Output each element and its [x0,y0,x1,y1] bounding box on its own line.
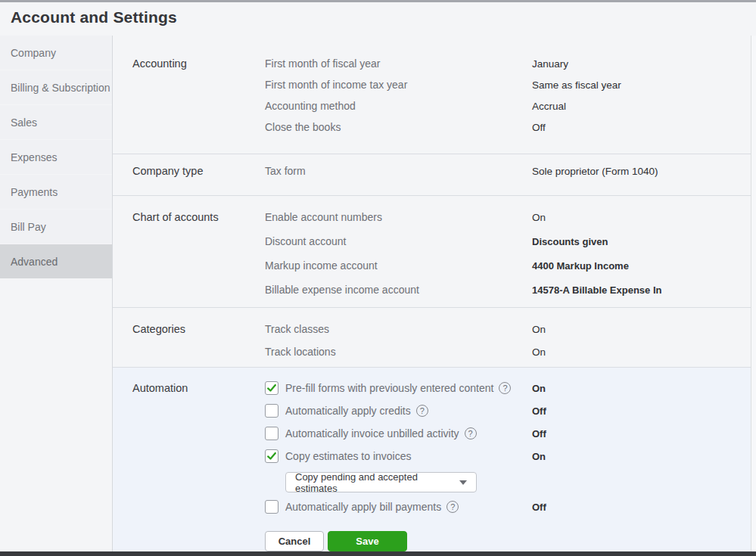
question-circle-icon[interactable] [416,405,428,417]
setting-row: Track locations On [265,340,751,363]
checkbox-label: Automatically apply bill payments [285,501,441,513]
setting-label: First month of income tax year [265,79,532,91]
sidebar-item-payments[interactable]: Payments [0,175,112,209]
setting-value: Same as fiscal year [532,79,621,91]
section-title: Chart of accounts [132,205,265,307]
checkmark-icon [266,451,277,461]
account-settings-dialog: Account and Settings Company Billing & S… [0,0,756,556]
automation-row: Automatically invoice unbilled activity … [265,422,751,445]
setting-label: Close the books [265,121,532,133]
setting-value: On [532,346,546,358]
setting-value: Off [532,428,546,440]
setting-label: Tax form [265,165,532,177]
setting-value: January [532,58,568,70]
setting-value: Off [532,502,546,513]
checkbox-label: Automatically apply credits [285,405,411,417]
checkbox-label: Pre-fill forms with previously entered c… [285,382,493,394]
setting-row: Discount account Discounts given [265,229,751,253]
apply-bill-payments-checkbox[interactable] [265,500,278,514]
sidebar-item-label: Payments [11,186,58,198]
sidebar-item-label: Advanced [11,256,58,268]
setting-value: 14578-A Billable Expense In [532,284,661,296]
setting-value: Sole proprietor (Form 1040) [532,166,658,177]
sidebar-item-billing-subscription[interactable]: Billing & Subscription [0,70,112,104]
automation-row: Automatically apply credits Off [265,399,751,422]
sidebar-item-label: Bill Pay [11,221,46,233]
sidebar-item-label: Billing & Subscription [11,82,110,94]
section-title: Company type [132,160,265,195]
apply-credits-checkbox[interactable] [265,404,278,418]
setting-row: First month of income tax year Same as f… [265,74,751,95]
setting-label: Enable account numbers [265,211,532,223]
setting-label: Discount account [265,235,532,247]
setting-value: Accrual [532,101,566,112]
setting-row: Track classes On [265,318,751,340]
setting-value: On [532,383,546,394]
automation-row: Pre-fill forms with previously entered c… [265,377,751,399]
setting-value: Discounts given [532,236,608,247]
section-automation: Automation Pre-fill forms with previousl… [113,368,751,551]
setting-row: Billable expense income account 14578-A … [265,278,751,302]
setting-label: Markup income account [265,259,532,272]
sidebar-item-bill-pay[interactable]: Bill Pay [0,210,112,244]
setting-value: 4400 Markup Income [532,260,629,272]
cancel-button[interactable]: Cancel [265,531,324,551]
sidebar-item-label: Expenses [11,151,57,163]
footer-buttons: Cancel Save [265,531,751,551]
sidebar-item-label: Company [11,47,56,59]
automation-row: Copy estimates to invoices On [265,445,751,467]
question-circle-icon[interactable] [446,501,459,513]
checkbox-label: Automatically invoice unbilled activity [285,427,459,440]
bottom-bar [0,551,756,556]
prefill-forms-checkbox[interactable] [265,381,278,395]
checkmark-icon [266,383,277,393]
setting-value: On [532,451,546,462]
setting-value: Off [532,405,546,417]
section-title: Categories [132,318,265,367]
section-title: Automation [132,377,265,551]
copy-estimates-checkbox[interactable] [265,449,278,463]
chevron-down-icon [459,480,467,485]
setting-row: First month of fiscal year January [265,53,751,74]
question-circle-icon[interactable] [499,382,511,394]
settings-sidebar: Company Billing & Subscription Sales Exp… [0,36,112,279]
automation-row: Automatically apply bill payments Off [265,495,751,518]
section-company-type[interactable]: Company type Tax form Sole proprietor (F… [113,154,751,196]
dropdown-selected-value: Copy pending and accepted estimates [295,471,459,494]
sidebar-item-expenses[interactable]: Expenses [0,140,112,174]
section-accounting[interactable]: Accounting First month of fiscal year Ja… [113,36,751,154]
sidebar-item-sales[interactable]: Sales [0,105,112,139]
question-circle-icon[interactable] [465,427,477,440]
setting-row: Tax form Sole proprietor (Form 1040) [265,160,751,182]
setting-row: Markup income account 4400 Markup Income [265,253,751,278]
save-button[interactable]: Save [328,531,407,551]
sidebar-item-advanced[interactable]: Advanced [0,244,112,278]
setting-row: Close the books Off [265,116,751,138]
section-categories[interactable]: Categories Track classes On Track locati… [113,308,751,368]
top-border [0,0,756,2]
sidebar-item-label: Sales [11,116,37,129]
sidebar-item-company[interactable]: Company [0,36,112,70]
setting-label: Billable expense income account [265,284,532,296]
setting-label: Accounting method [265,100,532,112]
page-title: Account and Settings [11,8,177,26]
scrollbar-gutter[interactable] [751,36,756,551]
setting-row: Accounting method Accrual [265,95,751,116]
setting-row: Enable account numbers On [265,205,751,229]
section-chart-of-accounts[interactable]: Chart of accounts Enable account numbers… [113,196,751,308]
setting-value: Off [532,122,546,133]
section-title: Accounting [132,53,265,154]
copy-estimates-dropdown[interactable]: Copy pending and accepted estimates [285,472,477,492]
setting-label: First month of fiscal year [265,57,532,70]
setting-value: On [532,212,546,223]
setting-value: On [532,324,546,335]
settings-content: Accounting First month of fiscal year Ja… [113,36,751,551]
checkbox-label: Copy estimates to invoices [285,450,412,462]
invoice-unbilled-checkbox[interactable] [265,427,278,440]
setting-label: Track classes [265,323,532,335]
setting-label: Track locations [265,346,532,358]
